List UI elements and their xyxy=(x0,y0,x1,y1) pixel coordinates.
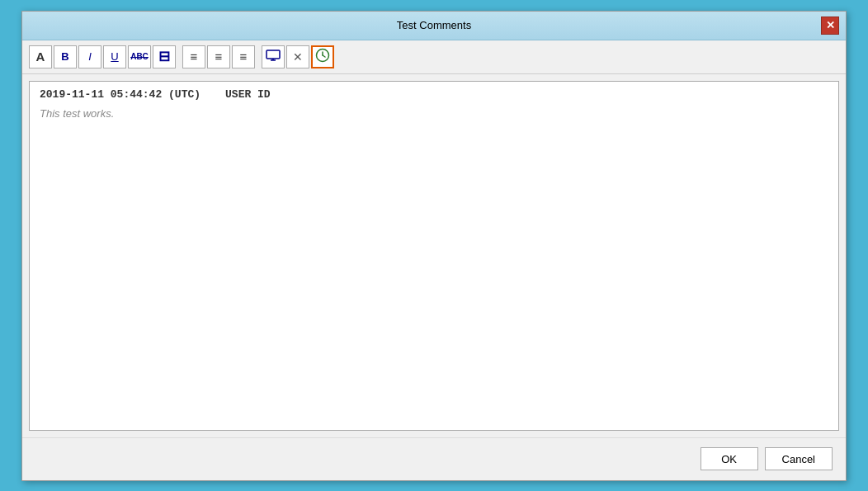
footer: OK Cancel xyxy=(22,437,846,480)
strikethrough-button[interactable]: ABC xyxy=(128,45,151,68)
align-center-button[interactable]: ≡ xyxy=(207,45,230,68)
italic-label: I xyxy=(88,50,92,63)
bold-button[interactable]: B xyxy=(54,45,77,68)
underline-label: U xyxy=(111,50,118,63)
dialog-title: Test Comments xyxy=(47,19,821,31)
title-bar: Test Comments ✕ xyxy=(22,12,846,40)
close-button[interactable]: ✕ xyxy=(821,17,839,35)
bold-label: B xyxy=(61,50,68,63)
comment-timestamp: 2019-11-11 05:44:42 (UTC) xyxy=(40,88,200,101)
monitor-icon xyxy=(266,50,281,64)
italic-button[interactable]: I xyxy=(78,45,101,68)
clear-button[interactable]: ✕ xyxy=(286,45,309,68)
strikethrough-label: ABC xyxy=(130,52,149,61)
cancel-button[interactable]: Cancel xyxy=(765,447,833,470)
font-label: A xyxy=(36,50,45,64)
link-button[interactable]: ⊟ xyxy=(153,45,176,68)
align-left-icon: ≡ xyxy=(191,50,198,64)
svg-rect-0 xyxy=(267,50,280,59)
align-right-icon: ≡ xyxy=(240,50,248,64)
align-center-icon: ≡ xyxy=(215,50,223,64)
comment-header: 2019-11-11 05:44:42 (UTC) USER ID xyxy=(40,88,828,101)
clock-icon xyxy=(315,48,330,66)
dialog: Test Comments ✕ A B I U ABC ⊟ ≡ ≡ xyxy=(21,11,847,481)
underline-button[interactable]: U xyxy=(103,45,126,68)
align-right-button[interactable]: ≡ xyxy=(232,45,255,68)
link-icon: ⊟ xyxy=(158,48,170,65)
comment-user-id: USER ID xyxy=(225,88,271,101)
align-left-button[interactable]: ≡ xyxy=(182,45,205,68)
toolbar: A B I U ABC ⊟ ≡ ≡ ≡ xyxy=(22,40,846,74)
monitor-button[interactable] xyxy=(262,45,285,68)
clear-icon: ✕ xyxy=(293,50,303,64)
content-area[interactable]: 2019-11-11 05:44:42 (UTC) USER ID This t… xyxy=(29,81,839,431)
timestamp-button[interactable] xyxy=(311,45,334,68)
comment-body: This test works. xyxy=(40,107,828,120)
ok-button[interactable]: OK xyxy=(701,447,758,470)
font-button[interactable]: A xyxy=(29,45,52,68)
